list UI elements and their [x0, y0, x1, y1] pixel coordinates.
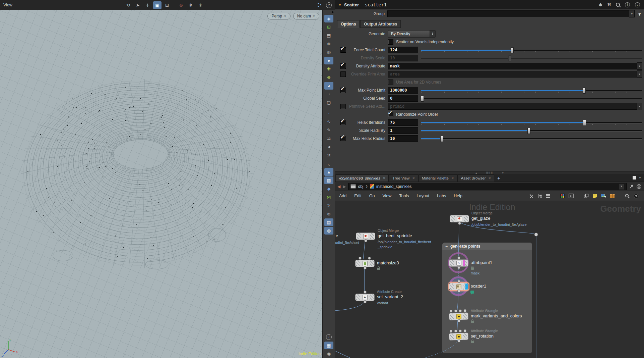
hide-other-objects-icon[interactable]: ▢	[324, 99, 333, 106]
node-connector[interactable]	[458, 222, 461, 225]
search-parms-icon[interactable]	[616, 3, 620, 7]
pane-menu-icon[interactable]: ▼	[639, 176, 641, 180]
display-particles-icon[interactable]: ▲	[324, 168, 333, 176]
find-node-icon[interactable]	[625, 194, 630, 199]
checkbox-checked[interactable]	[388, 112, 393, 117]
path-current[interactable]: instanced_sprinkles	[376, 184, 411, 189]
pane-hierarchy-icon[interactable]	[317, 3, 322, 7]
display-fields-icon[interactable]: ⊜	[324, 210, 333, 218]
parameter-number-field[interactable]: 0	[388, 95, 418, 102]
add-light-icon[interactable]: ✚	[324, 65, 333, 73]
display-flag[interactable]	[465, 284, 468, 290]
menu-view[interactable]: View	[382, 194, 391, 198]
network-editor[interactable]: Indie Edition Geometry − generate points…	[335, 201, 644, 358]
parameter-slider[interactable]	[421, 87, 642, 93]
show-points-icon[interactable]: ·	[324, 109, 333, 117]
parameter-number-field[interactable]: 75	[388, 119, 418, 126]
viewport-info-icon[interactable]: i	[324, 333, 333, 341]
box-zoom-icon[interactable]: ⊡	[163, 1, 171, 9]
select-tool-icon[interactable]: ➤	[134, 1, 142, 9]
node-set_variant_2[interactable]: +	[355, 294, 375, 301]
menu-layout[interactable]: Layout	[417, 194, 430, 198]
prim-normals-icon[interactable]: ◄	[324, 143, 333, 151]
parameter-number-field[interactable]: 1	[388, 127, 418, 134]
node-connector[interactable]	[364, 266, 367, 269]
default-lighting-icon[interactable]: ●	[324, 57, 333, 64]
node-get_glaze[interactable]	[450, 215, 469, 222]
new-tab-button[interactable]: +	[497, 175, 500, 181]
point-numbers-icon[interactable]: 12	[324, 135, 333, 142]
node-attribpaint1[interactable]: ✎	[449, 259, 468, 267]
slider-handle[interactable]	[527, 128, 530, 134]
slider-handle[interactable]	[511, 47, 514, 53]
menu-go[interactable]: Go	[369, 194, 375, 198]
projection-menu[interactable]: Persp ▼	[267, 13, 290, 19]
color-palette-icon[interactable]	[560, 194, 565, 198]
splitter-up-icon[interactable]: ▲	[475, 172, 477, 174]
normal-lighting-icon[interactable]: ⊕	[324, 73, 333, 81]
copy-network-icon[interactable]	[584, 194, 589, 199]
handles-tool-icon[interactable]: ✛	[143, 1, 152, 9]
select-group-arrow-icon[interactable]: ➤	[637, 11, 643, 17]
display-profiles-icon[interactable]: ◟	[324, 160, 333, 167]
paint-flag[interactable]	[463, 260, 465, 266]
network-tools-icon[interactable]	[529, 194, 534, 199]
node-connector[interactable]	[364, 291, 367, 294]
headlight-off-icon[interactable]: ⊗	[324, 40, 333, 48]
overview-icon[interactable]	[634, 194, 639, 199]
node-connector[interactable]	[364, 300, 367, 303]
grid-options-icon[interactable]: ▦	[324, 342, 333, 349]
camera-menu[interactable]: No cam ▼	[293, 13, 319, 19]
group-menu-button[interactable]: ▼	[629, 10, 635, 17]
render-view-icon[interactable]: ⊖	[177, 1, 185, 9]
menu-help[interactable]: Help	[454, 194, 462, 198]
visualizers-icon[interactable]: ▨	[324, 176, 333, 184]
display-uv-icon[interactable]: ⋈	[324, 193, 333, 201]
menu-add[interactable]: Add	[339, 194, 346, 198]
sticky-note-icon[interactable]	[592, 194, 597, 199]
ghost-objects-icon[interactable]: ◔	[324, 90, 333, 98]
dropdown-spinner-icon[interactable]: ▲▼	[430, 31, 435, 37]
visibility-icon[interactable]: ◉	[324, 350, 333, 358]
node-connector[interactable]	[457, 256, 460, 259]
node-scatter1[interactable]	[449, 283, 468, 290]
display-lights-icon[interactable]: ◎	[324, 227, 333, 235]
checkbox-unchecked[interactable]	[388, 39, 393, 45]
node-get_bent_sprinkle[interactable]	[356, 233, 375, 240]
parameter-number-field[interactable]: 124	[388, 47, 418, 53]
parameter-slider[interactable]	[421, 136, 642, 142]
node-connector[interactable]	[457, 280, 460, 283]
pin-pane-icon[interactable]	[629, 184, 634, 189]
menu-edit[interactable]: Edit	[354, 194, 362, 198]
desktop-tab--obj-instanced-sprinkles[interactable]: /obj/instanced_sprinkles✕	[336, 174, 389, 182]
secure-selection-icon[interactable]: ▣	[153, 1, 162, 9]
lock-camera-icon[interactable]: ⬒	[324, 32, 333, 39]
grid-snap-icon[interactable]	[569, 194, 574, 198]
param-tab-options[interactable]: Options	[337, 20, 360, 28]
houdini-help-icon[interactable]: H	[607, 2, 611, 7]
point-markers-icon[interactable]: ∿	[324, 118, 333, 125]
smooth-shaded-icon[interactable]: ◕	[324, 82, 333, 90]
parameter-slider[interactable]	[421, 47, 642, 53]
display-gears-icon[interactable]: ✲	[324, 202, 333, 209]
node-name-field[interactable]: scatter1	[365, 2, 387, 7]
prim-numbers-icon[interactable]: 12	[324, 151, 333, 159]
node-mark_variants_and_colors[interactable]	[449, 312, 469, 320]
tab-close-icon[interactable]: ✕	[489, 176, 491, 180]
menu-labs[interactable]: Labs	[437, 194, 446, 198]
slider-handle[interactable]	[440, 136, 443, 142]
menu-tools[interactable]: Tools	[399, 194, 409, 198]
view-tool-icon[interactable]: ⟲	[124, 1, 132, 9]
background-image-icon[interactable]	[601, 194, 606, 199]
tab-close-icon[interactable]: ✕	[383, 176, 386, 180]
high-quality-light-icon[interactable]: ◍	[324, 48, 333, 56]
pane-help-icon[interactable]: ?	[326, 2, 332, 8]
node-set_rotation[interactable]	[449, 333, 469, 341]
group-input[interactable]	[387, 10, 629, 17]
cook-controls-icon[interactable]: ✱	[599, 2, 602, 7]
nav-forward-icon[interactable]: ▶	[343, 184, 346, 189]
generate-dropdown[interactable]: By Density▲▼	[388, 30, 436, 38]
nav-back-icon[interactable]: ◀	[337, 184, 340, 189]
node-connector[interactable]	[457, 290, 460, 293]
parameter-slider[interactable]	[421, 95, 642, 101]
